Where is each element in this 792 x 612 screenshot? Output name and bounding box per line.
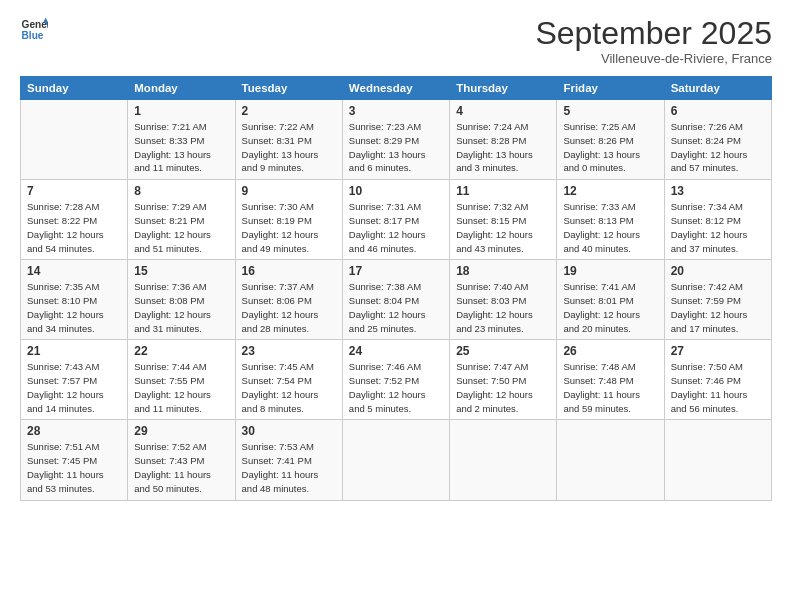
day-info: Sunrise: 7:46 AM Sunset: 7:52 PM Dayligh… [349, 360, 443, 415]
week-row-1: 1Sunrise: 7:21 AM Sunset: 8:33 PM Daylig… [21, 100, 772, 180]
day-number: 7 [27, 184, 121, 198]
day-number: 9 [242, 184, 336, 198]
calendar-cell [450, 420, 557, 500]
day-info: Sunrise: 7:32 AM Sunset: 8:15 PM Dayligh… [456, 200, 550, 255]
calendar-cell: 11Sunrise: 7:32 AM Sunset: 8:15 PM Dayli… [450, 180, 557, 260]
calendar-cell: 7Sunrise: 7:28 AM Sunset: 8:22 PM Daylig… [21, 180, 128, 260]
day-number: 6 [671, 104, 765, 118]
calendar-cell: 27Sunrise: 7:50 AM Sunset: 7:46 PM Dayli… [664, 340, 771, 420]
logo-icon: General Blue [20, 16, 48, 44]
header: General Blue September 2025 Villeneuve-d… [20, 16, 772, 66]
day-info: Sunrise: 7:47 AM Sunset: 7:50 PM Dayligh… [456, 360, 550, 415]
day-info: Sunrise: 7:36 AM Sunset: 8:08 PM Dayligh… [134, 280, 228, 335]
calendar-cell: 24Sunrise: 7:46 AM Sunset: 7:52 PM Dayli… [342, 340, 449, 420]
day-number: 18 [456, 264, 550, 278]
calendar-cell: 16Sunrise: 7:37 AM Sunset: 8:06 PM Dayli… [235, 260, 342, 340]
calendar-cell: 4Sunrise: 7:24 AM Sunset: 8:28 PM Daylig… [450, 100, 557, 180]
day-header-wednesday: Wednesday [342, 77, 449, 100]
calendar-cell: 5Sunrise: 7:25 AM Sunset: 8:26 PM Daylig… [557, 100, 664, 180]
day-info: Sunrise: 7:52 AM Sunset: 7:43 PM Dayligh… [134, 440, 228, 495]
calendar-cell: 1Sunrise: 7:21 AM Sunset: 8:33 PM Daylig… [128, 100, 235, 180]
day-info: Sunrise: 7:40 AM Sunset: 8:03 PM Dayligh… [456, 280, 550, 335]
day-number: 17 [349, 264, 443, 278]
day-number: 10 [349, 184, 443, 198]
day-info: Sunrise: 7:37 AM Sunset: 8:06 PM Dayligh… [242, 280, 336, 335]
location-subtitle: Villeneuve-de-Riviere, France [535, 51, 772, 66]
day-info: Sunrise: 7:22 AM Sunset: 8:31 PM Dayligh… [242, 120, 336, 175]
day-number: 3 [349, 104, 443, 118]
day-number: 19 [563, 264, 657, 278]
day-number: 30 [242, 424, 336, 438]
day-number: 11 [456, 184, 550, 198]
logo: General Blue [20, 16, 48, 44]
day-number: 24 [349, 344, 443, 358]
day-header-thursday: Thursday [450, 77, 557, 100]
day-number: 1 [134, 104, 228, 118]
calendar-cell: 8Sunrise: 7:29 AM Sunset: 8:21 PM Daylig… [128, 180, 235, 260]
day-info: Sunrise: 7:34 AM Sunset: 8:12 PM Dayligh… [671, 200, 765, 255]
day-info: Sunrise: 7:50 AM Sunset: 7:46 PM Dayligh… [671, 360, 765, 415]
week-row-4: 21Sunrise: 7:43 AM Sunset: 7:57 PM Dayli… [21, 340, 772, 420]
calendar-cell: 18Sunrise: 7:40 AM Sunset: 8:03 PM Dayli… [450, 260, 557, 340]
page: General Blue September 2025 Villeneuve-d… [0, 0, 792, 612]
day-info: Sunrise: 7:26 AM Sunset: 8:24 PM Dayligh… [671, 120, 765, 175]
day-number: 5 [563, 104, 657, 118]
day-number: 25 [456, 344, 550, 358]
calendar-cell: 22Sunrise: 7:44 AM Sunset: 7:55 PM Dayli… [128, 340, 235, 420]
calendar-cell [342, 420, 449, 500]
calendar-cell [21, 100, 128, 180]
calendar-cell: 17Sunrise: 7:38 AM Sunset: 8:04 PM Dayli… [342, 260, 449, 340]
calendar-cell: 6Sunrise: 7:26 AM Sunset: 8:24 PM Daylig… [664, 100, 771, 180]
day-number: 26 [563, 344, 657, 358]
day-info: Sunrise: 7:25 AM Sunset: 8:26 PM Dayligh… [563, 120, 657, 175]
svg-text:Blue: Blue [22, 30, 44, 41]
calendar-cell: 29Sunrise: 7:52 AM Sunset: 7:43 PM Dayli… [128, 420, 235, 500]
day-header-saturday: Saturday [664, 77, 771, 100]
day-info: Sunrise: 7:24 AM Sunset: 8:28 PM Dayligh… [456, 120, 550, 175]
calendar-cell: 23Sunrise: 7:45 AM Sunset: 7:54 PM Dayli… [235, 340, 342, 420]
calendar-cell: 26Sunrise: 7:48 AM Sunset: 7:48 PM Dayli… [557, 340, 664, 420]
day-number: 15 [134, 264, 228, 278]
calendar-cell: 2Sunrise: 7:22 AM Sunset: 8:31 PM Daylig… [235, 100, 342, 180]
day-header-tuesday: Tuesday [235, 77, 342, 100]
day-number: 14 [27, 264, 121, 278]
day-info: Sunrise: 7:30 AM Sunset: 8:19 PM Dayligh… [242, 200, 336, 255]
day-header-sunday: Sunday [21, 77, 128, 100]
day-number: 4 [456, 104, 550, 118]
day-info: Sunrise: 7:45 AM Sunset: 7:54 PM Dayligh… [242, 360, 336, 415]
day-number: 20 [671, 264, 765, 278]
calendar-table: SundayMondayTuesdayWednesdayThursdayFrid… [20, 76, 772, 500]
calendar-cell: 15Sunrise: 7:36 AM Sunset: 8:08 PM Dayli… [128, 260, 235, 340]
calendar-cell: 12Sunrise: 7:33 AM Sunset: 8:13 PM Dayli… [557, 180, 664, 260]
week-row-5: 28Sunrise: 7:51 AM Sunset: 7:45 PM Dayli… [21, 420, 772, 500]
day-number: 12 [563, 184, 657, 198]
day-info: Sunrise: 7:21 AM Sunset: 8:33 PM Dayligh… [134, 120, 228, 175]
day-info: Sunrise: 7:33 AM Sunset: 8:13 PM Dayligh… [563, 200, 657, 255]
calendar-cell [557, 420, 664, 500]
calendar-cell: 20Sunrise: 7:42 AM Sunset: 7:59 PM Dayli… [664, 260, 771, 340]
day-info: Sunrise: 7:51 AM Sunset: 7:45 PM Dayligh… [27, 440, 121, 495]
calendar-cell: 10Sunrise: 7:31 AM Sunset: 8:17 PM Dayli… [342, 180, 449, 260]
day-number: 22 [134, 344, 228, 358]
day-info: Sunrise: 7:42 AM Sunset: 7:59 PM Dayligh… [671, 280, 765, 335]
day-number: 29 [134, 424, 228, 438]
day-info: Sunrise: 7:29 AM Sunset: 8:21 PM Dayligh… [134, 200, 228, 255]
day-number: 21 [27, 344, 121, 358]
day-info: Sunrise: 7:28 AM Sunset: 8:22 PM Dayligh… [27, 200, 121, 255]
day-info: Sunrise: 7:38 AM Sunset: 8:04 PM Dayligh… [349, 280, 443, 335]
calendar-cell: 28Sunrise: 7:51 AM Sunset: 7:45 PM Dayli… [21, 420, 128, 500]
calendar-cell: 14Sunrise: 7:35 AM Sunset: 8:10 PM Dayli… [21, 260, 128, 340]
day-header-friday: Friday [557, 77, 664, 100]
day-number: 23 [242, 344, 336, 358]
week-row-2: 7Sunrise: 7:28 AM Sunset: 8:22 PM Daylig… [21, 180, 772, 260]
calendar-cell: 25Sunrise: 7:47 AM Sunset: 7:50 PM Dayli… [450, 340, 557, 420]
calendar-cell: 21Sunrise: 7:43 AM Sunset: 7:57 PM Dayli… [21, 340, 128, 420]
day-header-monday: Monday [128, 77, 235, 100]
calendar-cell: 30Sunrise: 7:53 AM Sunset: 7:41 PM Dayli… [235, 420, 342, 500]
month-title: September 2025 [535, 16, 772, 51]
calendar-cell: 19Sunrise: 7:41 AM Sunset: 8:01 PM Dayli… [557, 260, 664, 340]
day-info: Sunrise: 7:48 AM Sunset: 7:48 PM Dayligh… [563, 360, 657, 415]
day-info: Sunrise: 7:35 AM Sunset: 8:10 PM Dayligh… [27, 280, 121, 335]
calendar-cell: 13Sunrise: 7:34 AM Sunset: 8:12 PM Dayli… [664, 180, 771, 260]
week-row-3: 14Sunrise: 7:35 AM Sunset: 8:10 PM Dayli… [21, 260, 772, 340]
